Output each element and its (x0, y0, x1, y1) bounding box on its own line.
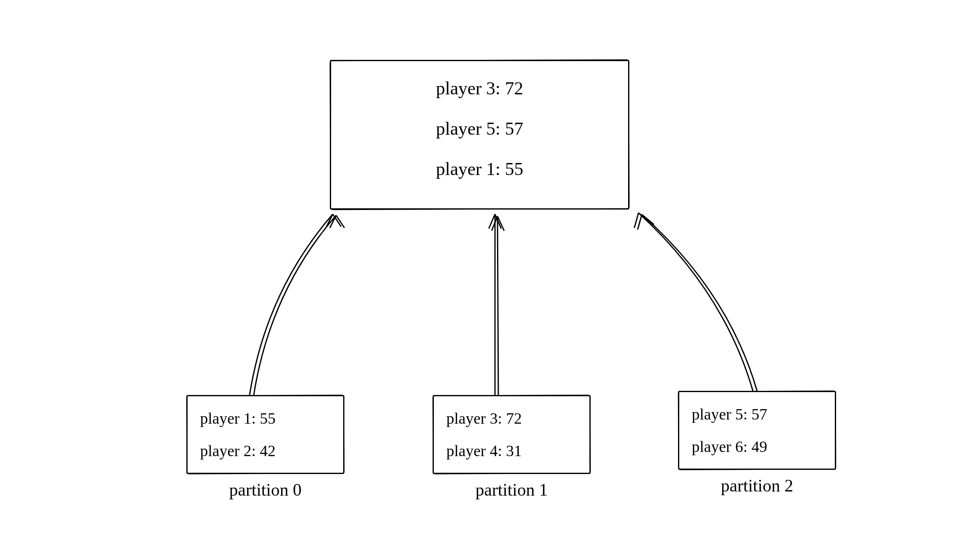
partition-row: player 1: 55 (200, 409, 331, 427)
partition-0-label: partition 0 (186, 480, 344, 500)
arrow-p1 (497, 216, 498, 395)
arrow-p0-head (327, 214, 341, 227)
partition-1-box: player 3: 72 player 4: 31 (433, 395, 591, 474)
partition-row: player 5: 57 (692, 405, 822, 423)
partition-2-label: partition 2 (678, 476, 836, 496)
arrow-p2-head (634, 213, 650, 228)
arrow-p2 (638, 213, 753, 391)
partition-0-box: player 1: 55 player 2: 42 (186, 395, 344, 474)
arrow-p0 (250, 214, 333, 395)
aggregate-row: player 1: 55 (436, 158, 523, 180)
aggregate-row: player 3: 72 (436, 78, 523, 99)
diagram-canvas: player 3: 72 player 5: 57 player 1: 55 p… (0, 0, 980, 553)
arrow-p0-head (330, 215, 344, 228)
arrow-p0 (254, 215, 336, 395)
partition-2-box: player 5: 57 player 6: 49 (678, 391, 836, 470)
partition-row: player 2: 42 (200, 442, 331, 460)
aggregate-row: player 5: 57 (436, 118, 523, 139)
partition-row: player 4: 31 (446, 442, 577, 460)
arrow-p2-head (638, 215, 654, 230)
aggregate-box: player 3: 72 player 5: 57 player 1: 55 (330, 60, 629, 210)
arrow-p1-head (489, 214, 501, 229)
partition-row: player 6: 49 (692, 437, 822, 456)
arrow-p1-head (492, 216, 504, 231)
partition-1-label: partition 1 (433, 480, 591, 500)
partition-row: player 3: 72 (446, 409, 577, 427)
arrow-p2 (642, 215, 757, 391)
